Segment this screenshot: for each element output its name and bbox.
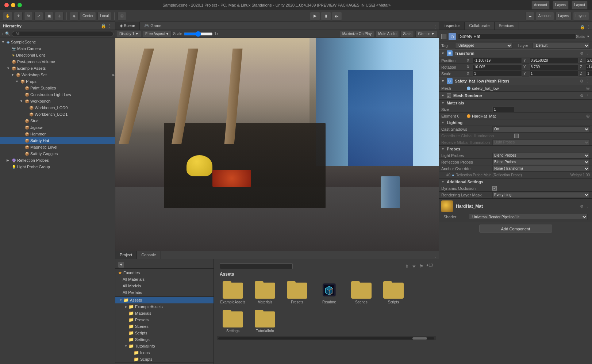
meshfilter-more-icon[interactable]: ⋮ [586, 79, 590, 84]
hierarchy-item-paintsupplies[interactable]: 📦 Paint Supplies [0, 85, 115, 91]
scene-menu-icon[interactable]: ⋮ [433, 25, 437, 30]
gizmos-button[interactable]: Gizmos ▼ [415, 31, 437, 37]
asset-settings[interactable]: Settings [218, 309, 247, 334]
sidebar-icons[interactable]: 📁 Icons [115, 349, 214, 356]
layer-dropdown[interactable]: Default [533, 43, 590, 49]
hierarchy-item-stud[interactable]: 📦 Stud [0, 118, 115, 124]
sidebar-materials[interactable]: 📁 Materials [115, 310, 214, 317]
hierarchy-item-jigsaw[interactable]: 📦 Jigsaw [0, 124, 115, 131]
hierarchy-item-safetyhat[interactable]: 📦 Safety Hat [0, 137, 115, 144]
static-arrow-icon[interactable]: ▼ [587, 35, 590, 38]
meshrenderer-component-header[interactable]: ▼ ✓ Mesh Renderer ⚙ ⋮ [439, 92, 592, 100]
asset-exampleassets[interactable]: ExampleAssets [218, 280, 247, 306]
hardhat-mat-more-icon[interactable]: ⋮ [586, 204, 590, 209]
meshfilter-component-header[interactable]: ▼ ⬡ Safety_hat_low (Mesh Filter) ⚙ ⋮ [439, 77, 592, 85]
minimize-button[interactable] [11, 3, 15, 7]
assets-star-icon[interactable]: ★ [411, 263, 417, 269]
mesh-target-icon[interactable]: ◎ [586, 86, 590, 91]
scale-z-input[interactable] [586, 71, 592, 77]
pivot-button[interactable]: ◈ [70, 12, 78, 20]
sidebar-scripts-nested[interactable]: 📁 Scripts [115, 356, 214, 363]
light-probes-select[interactable]: Blend Probes [492, 153, 590, 158]
anchor-override-select[interactable]: None (Transform) [492, 166, 590, 172]
sidebar-presets[interactable]: 📁 Presets [115, 317, 214, 323]
snap-button[interactable]: ⊞ [118, 12, 126, 20]
layout-button[interactable]: Layout [572, 1, 588, 9]
gameobject-name-input[interactable] [458, 33, 576, 40]
pause-button[interactable]: ⏸ [321, 12, 331, 20]
asset-scripts[interactable]: Scripts [379, 280, 408, 306]
sidebar-exampleassets[interactable]: ▶ 📁 ExampleAssets [115, 303, 214, 310]
inspector-lock-icon[interactable]: 🔒 [580, 25, 585, 30]
assets-upload-icon[interactable]: ⬆ [404, 263, 410, 269]
dynamic-occlusion-checkbox[interactable]: ✓ [492, 186, 497, 191]
scale-y-input[interactable] [529, 71, 578, 77]
move-tool-button[interactable]: ✛ [14, 12, 23, 20]
hierarchy-item-safetygoggles[interactable]: 📦 Safety Goggles [0, 150, 115, 157]
bottom-scrollbar[interactable] [217, 336, 436, 340]
position-x-input[interactable] [473, 58, 522, 64]
rotation-z-input[interactable] [586, 64, 592, 70]
sidebar-assets-root[interactable]: ▼ 📁 Assets [115, 297, 214, 303]
sidebar-settings[interactable]: 📁 Settings [115, 336, 214, 343]
assets-search-input[interactable] [220, 263, 293, 269]
position-z-input[interactable] [586, 58, 592, 64]
sidebar-scripts[interactable]: 📁 Scripts [115, 330, 214, 336]
reflection-probes-select[interactable]: Blend Probes [492, 159, 590, 165]
maximize-button[interactable]: Maximize On Play [340, 31, 374, 37]
shader-dropdown[interactable]: Universal Render Pipeline/Lit [469, 214, 588, 220]
hierarchy-menu-icon[interactable]: ⋮ [108, 23, 112, 28]
sidebar-item-allmaterials[interactable]: All Materials [115, 276, 214, 283]
hierarchy-item-constlight[interactable]: 📦 Construction Light Low [0, 91, 115, 98]
samplescene-expand-icon[interactable]: ⋮ [110, 40, 114, 44]
mute-button[interactable]: Mute Audio [376, 31, 399, 37]
scale-tool-button[interactable]: ⤢ [34, 12, 43, 20]
hierarchy-item-wblod0[interactable]: 📦 Workbench_LOD0 [0, 104, 115, 111]
cloud-button[interactable]: ☁ [526, 12, 534, 20]
scale-x-input[interactable] [473, 71, 522, 77]
size-input[interactable] [492, 107, 514, 112]
add-component-button[interactable]: Add Component [479, 225, 552, 233]
hierarchy-item-workshopset[interactable]: ▼ 📦 Workshop Set ▶ [0, 72, 115, 78]
layers-button[interactable]: Layers [553, 1, 569, 9]
inspector-tab[interactable]: Inspector [439, 22, 465, 30]
close-button[interactable] [4, 3, 9, 7]
aspect-button[interactable]: Free Aspect ▼ [143, 31, 172, 37]
hierarchy-item-magneticlevel[interactable]: 📦 Magnetic Level [0, 144, 115, 150]
sidebar-scenes[interactable]: 📁 Scenes [115, 323, 214, 330]
hierarchy-item-maincamera[interactable]: 📷 Main Camera [0, 45, 115, 52]
hierarchy-item-props[interactable]: ▼ 📦 Props [0, 78, 115, 85]
asset-materials[interactable]: Materials [250, 280, 280, 306]
cast-shadows-select[interactable]: On Off Two Sided Shadows Only [492, 126, 590, 132]
asset-readme[interactable]: Readme [315, 280, 344, 306]
services-tab[interactable]: Services [495, 22, 519, 30]
layers-dropdown-button[interactable]: Layers [556, 12, 572, 20]
maximize-button[interactable] [18, 3, 22, 7]
transform-settings-icon[interactable]: ⚙ [580, 51, 584, 56]
element0-target-icon[interactable]: ◎ [586, 114, 590, 118]
position-y-input[interactable] [529, 58, 578, 64]
asset-presets[interactable]: Presets [282, 280, 312, 306]
transform-tool-button[interactable]: ⊹ [55, 12, 64, 20]
tag-dropdown[interactable]: Untagged [455, 43, 512, 49]
stats-button[interactable]: Stats [400, 31, 414, 37]
meshfilter-settings-icon[interactable]: ⚙ [580, 79, 584, 84]
favorites-header[interactable]: ★ Favorites [115, 269, 214, 276]
layout-dropdown-button[interactable]: Layout [573, 12, 589, 20]
hierarchy-item-workbench[interactable]: ▼ 📦 Workbench [0, 98, 115, 104]
bottom-menu-icon[interactable]: ⋮ [433, 254, 437, 259]
play-button[interactable]: ▶ [310, 12, 320, 20]
hierarchy-item-reflprobes[interactable]: ▶ 🔮 Reflection Probes [0, 157, 115, 164]
scene-tab[interactable]: ◈ Scene [115, 22, 140, 30]
hardhat-mat-settings-icon[interactable]: ⚙ [580, 204, 584, 209]
display-button[interactable]: Display 1 ▼ [117, 31, 141, 37]
hierarchy-item-exampleassets[interactable]: ▼ 📦 Example Assets [0, 65, 115, 72]
meshrenderer-checkbox[interactable]: ✓ [447, 93, 451, 98]
hierarchy-item-wblod1[interactable]: 📦 Workbench_LOD1 [0, 111, 115, 118]
probes-section-header[interactable]: ▼ Probes [439, 146, 592, 152]
meshrenderer-settings-icon[interactable]: ⚙ [580, 93, 584, 98]
asset-scenes[interactable]: Scenes [347, 280, 376, 306]
center-button[interactable]: Center [80, 12, 96, 20]
asset-tutorialinfo[interactable]: TutorialInfo [250, 309, 280, 334]
hierarchy-item-postprocess[interactable]: 📦 Post-process Volume [0, 58, 115, 65]
